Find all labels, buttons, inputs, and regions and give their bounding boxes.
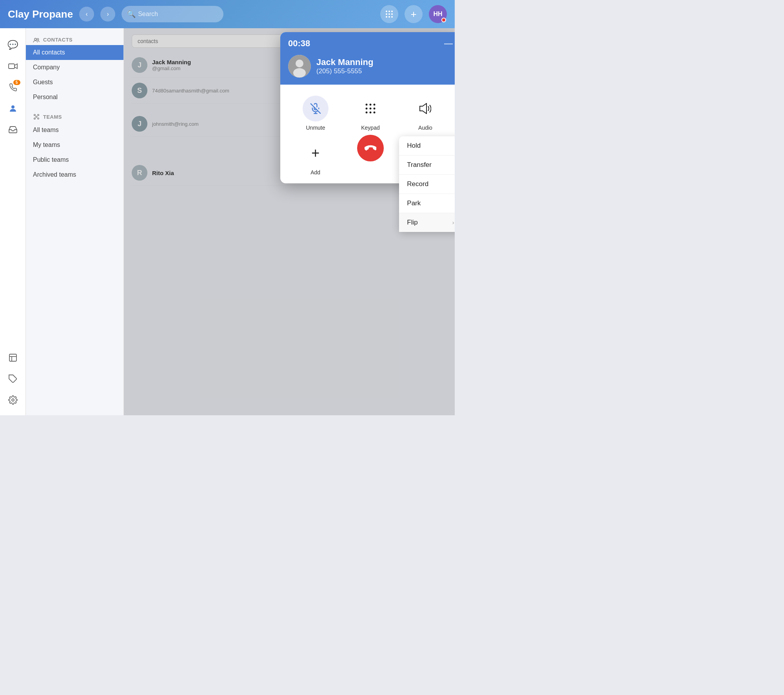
svg-point-28	[296, 60, 303, 67]
svg-point-19	[38, 114, 39, 116]
record-menu-item[interactable]: Record	[399, 175, 455, 194]
app-header: Clay Propane ‹ › 🔍 + HH	[0, 0, 455, 28]
hold-menu-item[interactable]: Hold	[399, 136, 455, 156]
more-control[interactable]: ••• Hold Transfer Record	[412, 140, 438, 169]
sidebar-item-my-teams[interactable]: My teams	[26, 138, 123, 152]
call-header: 00:38 —	[280, 32, 455, 55]
call-modal: 00:38 — Jack Manning (205) 555-5555	[280, 32, 455, 183]
inbox-icon	[8, 125, 18, 134]
caller-avatar	[288, 55, 311, 78]
search-wrapper: 🔍	[122, 6, 374, 22]
svg-point-1	[388, 11, 390, 12]
svg-point-29	[293, 68, 306, 78]
user-avatar[interactable]: HH	[429, 5, 447, 23]
sidebar-item-company[interactable]: Company	[26, 60, 123, 75]
caller-info: Jack Manning (205) 555-5555	[316, 57, 453, 75]
status-dot	[441, 18, 446, 22]
svg-point-36	[366, 108, 368, 110]
svg-point-6	[386, 16, 387, 18]
sidebar-item-public-teams[interactable]: Public teams	[26, 152, 123, 167]
teams-icon	[33, 113, 40, 120]
chat-nav-item[interactable]: 💬	[4, 36, 22, 54]
settings-nav-item[interactable]	[4, 391, 22, 409]
nav-back-button[interactable]: ‹	[79, 7, 94, 22]
chart-icon	[8, 353, 18, 362]
keypad-control[interactable]: Keypad	[358, 96, 383, 131]
inbox-nav-item[interactable]	[4, 121, 22, 139]
sidebar-item-archived-teams[interactable]: Archived teams	[26, 167, 123, 182]
svg-point-38	[374, 108, 376, 110]
contacts-icon	[33, 37, 40, 43]
puzzle-icon	[8, 374, 18, 384]
keypad-button[interactable]	[380, 5, 398, 23]
sidebar-item-all-teams[interactable]: All teams	[26, 123, 123, 138]
sidebar-item-personal[interactable]: Personal	[26, 90, 123, 105]
svg-point-5	[391, 13, 393, 15]
svg-point-41	[374, 112, 376, 114]
svg-rect-9	[9, 64, 15, 69]
sidebar-item-all-contacts[interactable]: All contacts	[26, 45, 123, 60]
svg-point-16	[34, 38, 36, 40]
svg-point-33	[366, 104, 368, 106]
audio-icon	[412, 96, 438, 121]
call-timer: 00:38	[288, 38, 439, 49]
video-nav-item[interactable]	[4, 57, 22, 75]
unmute-control[interactable]: Unmute	[303, 96, 328, 131]
caller-info-strip: Jack Manning (205) 555-5555	[280, 55, 455, 85]
svg-point-0	[386, 11, 387, 12]
keypad-label: Keypad	[361, 125, 379, 131]
svg-point-22	[36, 116, 37, 118]
flip-menu-item[interactable]: Flip › Existing Phone +14099992234	[399, 213, 455, 232]
audio-label: Audio	[418, 125, 432, 131]
svg-point-35	[374, 104, 376, 106]
teams-section-header: TEAMS	[26, 110, 123, 123]
hangup-control[interactable]	[357, 135, 384, 161]
svg-point-18	[34, 114, 36, 116]
caller-avatar-image	[288, 55, 311, 78]
add-label: Add	[310, 169, 320, 176]
unmute-icon	[303, 96, 328, 121]
nav-forward-button[interactable]: ›	[100, 7, 115, 22]
add-call-icon: +	[303, 140, 328, 166]
svg-point-37	[370, 108, 372, 110]
add-button[interactable]: +	[405, 5, 423, 23]
hangup-icon	[365, 142, 376, 154]
park-menu-item[interactable]: Park	[399, 194, 455, 213]
analytics-nav-item[interactable]	[4, 349, 22, 367]
svg-point-15	[12, 399, 14, 401]
unmute-label: Unmute	[306, 125, 325, 131]
svg-point-3	[386, 13, 387, 15]
person-icon	[8, 104, 18, 113]
hangup-button[interactable]	[357, 135, 384, 161]
video-icon	[8, 63, 18, 70]
phone-nav-item[interactable]: 5	[4, 78, 22, 96]
svg-point-39	[366, 112, 368, 114]
sidebar-item-guests[interactable]: Guests	[26, 75, 123, 90]
svg-point-34	[370, 104, 372, 106]
integrations-nav-item[interactable]	[4, 370, 22, 388]
svg-point-21	[38, 118, 39, 119]
icon-bar: 💬 5	[0, 28, 26, 415]
sidebar: CONTACTS All contacts Company Guests Per…	[26, 28, 124, 415]
svg-point-2	[391, 11, 393, 12]
svg-marker-42	[420, 103, 426, 114]
call-controls: Unmute Keypad	[280, 85, 455, 140]
audio-control[interactable]: Audio	[412, 96, 438, 131]
svg-point-17	[37, 38, 38, 40]
contacts-nav-item[interactable]	[4, 100, 22, 118]
settings-icon	[8, 395, 18, 405]
minimize-button[interactable]: —	[444, 39, 453, 48]
svg-point-4	[388, 13, 390, 15]
phone-badge: 5	[13, 80, 20, 85]
keypad-ctrl-icon	[358, 96, 383, 121]
svg-point-20	[34, 118, 36, 119]
global-search-input[interactable]	[122, 6, 223, 22]
add-call-control[interactable]: + Add	[303, 140, 328, 176]
app-title: Clay Propane	[8, 8, 73, 20]
search-icon: 🔍	[127, 10, 136, 18]
svg-point-8	[391, 16, 393, 18]
svg-rect-11	[9, 354, 16, 361]
chevron-right-icon: ›	[452, 219, 454, 226]
transfer-menu-item[interactable]: Transfer	[399, 156, 455, 175]
keypad-icon	[385, 10, 394, 18]
